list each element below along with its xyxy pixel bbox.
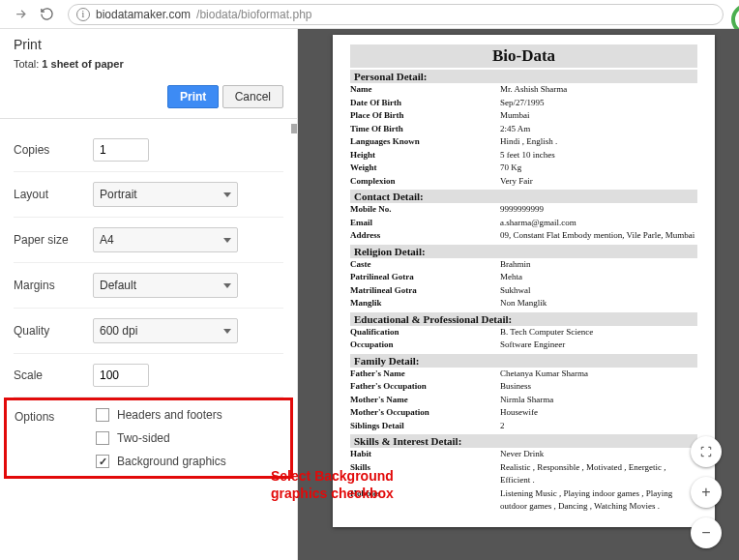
field-value: Realistic , Responsible , Motivated , En… — [500, 461, 697, 487]
field-key: Caste — [350, 258, 500, 272]
chevron-down-icon — [223, 283, 231, 288]
headers-footers-option[interactable]: Headers and footers — [96, 408, 282, 422]
scrollbar-thumb[interactable] — [291, 124, 297, 133]
print-button[interactable]: Print — [167, 85, 219, 108]
field-value: Never Drink — [500, 448, 697, 461]
field-row: ComplexionVery Fair — [350, 175, 697, 189]
preview-page: Bio-Data Personal Detail:NameMr. Ashish … — [333, 35, 715, 527]
chevron-down-icon — [223, 238, 231, 243]
field-value: 70 Kg — [500, 162, 697, 175]
cancel-button[interactable]: Cancel — [222, 85, 283, 108]
field-key: Email — [350, 217, 500, 230]
section-header: Religion Detail: — [350, 245, 697, 258]
field-key: Patrilineal Gotra — [350, 271, 500, 284]
field-value: Hindi , English . — [500, 135, 697, 149]
field-value: Listening Music , Playing indoor games ,… — [500, 487, 697, 514]
field-key: Name — [350, 83, 500, 97]
field-key: Height — [350, 149, 500, 162]
field-row: Time Of Birth2:45 Am — [350, 123, 697, 136]
field-key: Time Of Birth — [350, 123, 500, 136]
field-key: Father's Name — [350, 368, 500, 381]
field-key: Habit — [350, 448, 500, 461]
field-value: Housewife — [500, 406, 697, 420]
fit-page-button[interactable] — [691, 436, 722, 467]
field-key: Qualification — [350, 326, 500, 339]
field-key: Address — [350, 229, 500, 243]
field-row: Weight70 Kg — [350, 162, 697, 175]
checkbox-unchecked-icon — [96, 408, 109, 422]
site-info-icon[interactable]: i — [76, 8, 90, 21]
field-row: SkillsRealistic , Responsible , Motivate… — [350, 461, 697, 487]
field-row: Mother's NameNirmla Sharma — [350, 394, 697, 407]
field-row: Father's NameChetanya Kumar Sharma — [350, 368, 697, 381]
field-value: Very Fair — [500, 175, 697, 189]
field-value: Brahmin — [500, 258, 697, 272]
margins-label: Margins — [14, 279, 93, 292]
zoom-in-button[interactable]: + — [691, 477, 722, 508]
field-key: Place Of Birth — [350, 109, 500, 123]
browser-toolbar: i biodatamaker.com/biodata/bioformat.php — [0, 0, 739, 29]
field-row: HabitNever Drink — [350, 448, 697, 461]
field-value: Software Engineer — [500, 339, 697, 352]
section-header: Contact Detail: — [350, 190, 697, 203]
field-row: Siblings Detail2 — [350, 420, 697, 433]
field-row: Mobile No.9999999999 — [350, 203, 697, 217]
section-header: Personal Detail: — [350, 70, 697, 83]
field-value: 5 feet 10 inches — [500, 149, 697, 162]
zoom-out-button[interactable]: − — [691, 517, 722, 548]
layout-label: Layout — [14, 188, 93, 201]
address-bar[interactable]: i biodatamaker.com/biodata/bioformat.php — [68, 4, 724, 25]
forward-icon[interactable] — [8, 5, 34, 23]
field-row: Mother's OccupationHousewife — [350, 406, 697, 420]
field-key: Complexion — [350, 175, 500, 189]
papersize-select[interactable]: A4 — [93, 227, 238, 252]
field-row: HobbiesListening Music , Playing indoor … — [350, 487, 697, 514]
field-row: OccupationSoftware Engineer — [350, 339, 697, 352]
section-header: Family Detail: — [350, 354, 697, 368]
quality-select[interactable]: 600 dpi — [93, 318, 238, 343]
background-graphics-option[interactable]: Background graphics — [96, 455, 282, 468]
field-row: Matrilineal GotraSukhwal — [350, 284, 697, 298]
copies-input[interactable] — [93, 138, 149, 162]
field-row: NameMr. Ashish Sharma — [350, 83, 697, 97]
layout-select[interactable]: Portrait — [93, 182, 238, 207]
extension-icon[interactable] — [727, 2, 739, 29]
section-header: Educational & Professional Detail: — [350, 312, 697, 326]
options-label: Options — [15, 408, 94, 424]
total-line: Total: 1 sheet of paper — [14, 58, 283, 70]
field-row: Patrilineal GotraMehta — [350, 271, 697, 284]
field-key: Mobile No. — [350, 203, 500, 217]
field-row: Address09, Constant Flat Embody mention,… — [350, 229, 697, 243]
url-host: biodatamaker.com — [96, 8, 191, 21]
settings-scroll[interactable]: Copies Layout Portrait Paper size A4 Mar… — [0, 119, 297, 560]
field-value: Chetanya Kumar Sharma — [500, 368, 697, 381]
reload-icon[interactable] — [34, 5, 60, 23]
field-row: ManglikNon Manglik — [350, 297, 697, 310]
field-value: Sep/27/1995 — [500, 97, 697, 110]
chevron-down-icon — [223, 329, 231, 334]
two-sided-option[interactable]: Two-sided — [96, 431, 282, 445]
field-row: Height5 feet 10 inches — [350, 149, 697, 162]
scale-input[interactable] — [93, 364, 149, 387]
section-header: Skills & Interest Detail: — [350, 434, 697, 448]
field-row: Languages KnownHindi , English . — [350, 135, 697, 149]
field-value: 2:45 Am — [500, 123, 697, 136]
field-key: Weight — [350, 162, 500, 175]
field-value: Non Manglik — [500, 297, 697, 310]
field-value: Mr. Ashish Sharma — [500, 83, 697, 97]
field-value: Mehta — [500, 271, 697, 284]
field-key: Occupation — [350, 339, 500, 352]
field-key: Skills — [350, 461, 500, 487]
checkbox-checked-icon — [96, 455, 109, 468]
field-row: CasteBrahmin — [350, 258, 697, 272]
field-key: Languages Known — [350, 135, 500, 149]
field-value: B. Tech Computer Science — [500, 326, 697, 339]
field-key: Matrilineal Gotra — [350, 284, 500, 298]
field-key: Siblings Detail — [350, 420, 500, 433]
field-value: 9999999999 — [500, 203, 697, 217]
margins-select[interactable]: Default — [93, 273, 238, 298]
field-row: Place Of BirthMumbai — [350, 109, 697, 123]
copies-label: Copies — [14, 143, 93, 157]
scale-label: Scale — [14, 368, 93, 382]
field-row: Emaila.sharma@gmail.com — [350, 217, 697, 230]
